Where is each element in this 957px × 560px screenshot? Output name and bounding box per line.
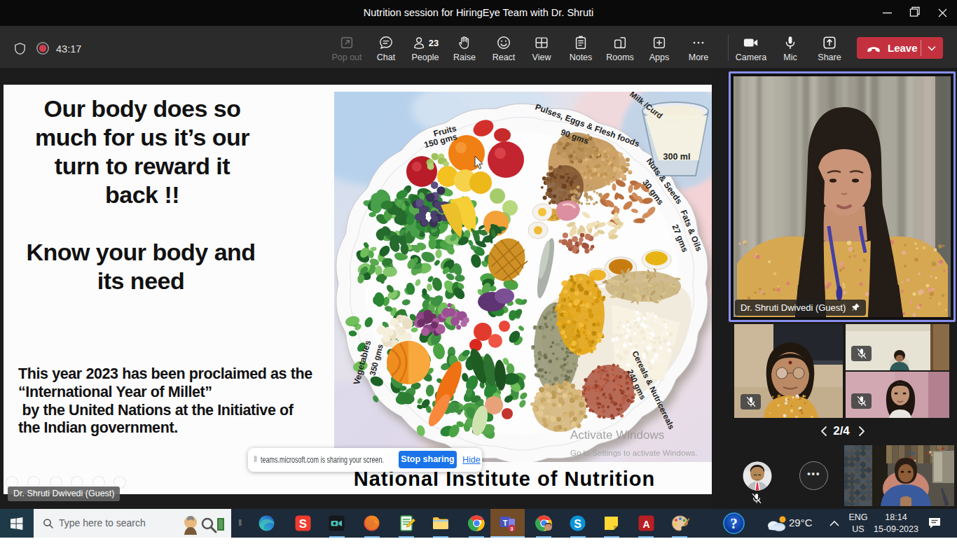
svg-text:S: S <box>299 517 307 531</box>
svg-text:?: ? <box>730 515 738 532</box>
svg-text:S: S <box>574 518 581 530</box>
svg-text:Activate Windows: Activate Windows <box>570 428 664 442</box>
svg-text:A: A <box>642 519 649 530</box>
svg-text:300 ml: 300 ml <box>663 152 691 162</box>
svg-text:3: 3 <box>510 526 514 532</box>
svg-text:T: T <box>503 519 508 527</box>
svg-text:Go to Settings to activate Win: Go to Settings to activate Windows. <box>570 449 698 457</box>
